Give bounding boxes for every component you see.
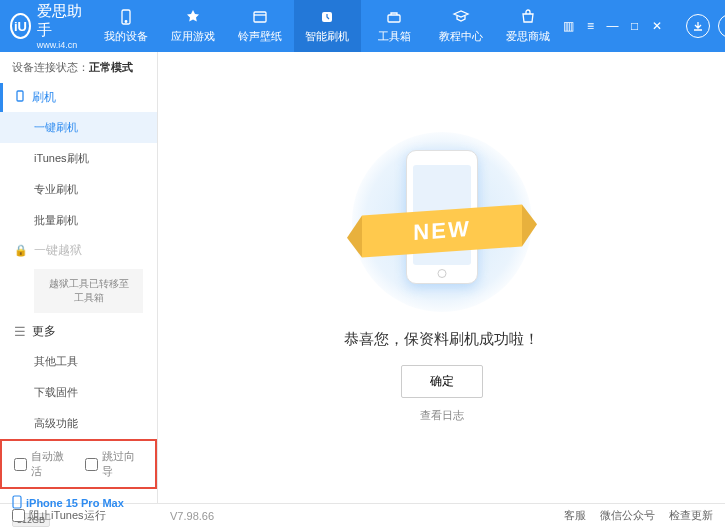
auto-activate-checkbox[interactable]: 自动激活 [14,449,73,479]
sidebar-item-advanced[interactable]: 高级功能 [0,408,157,439]
logo-text: 爱思助手 [37,2,83,40]
nav-ringtones[interactable]: 铃声壁纸 [227,0,294,52]
nav-store[interactable]: 爱思商城 [495,0,562,52]
user-button[interactable] [718,14,725,38]
minimize-icon[interactable]: — [606,19,620,33]
apps-icon [184,8,202,26]
confirm-button[interactable]: 确定 [401,365,483,398]
top-nav: 我的设备 应用游戏 铃声壁纸 智能刷机 工具箱 教程中心 爱思商城 [93,0,562,52]
tutorial-icon [452,8,470,26]
nav-toolbox[interactable]: 工具箱 [361,0,428,52]
sidebar-section-flash[interactable]: 刷机 [0,83,157,112]
flash-icon [318,8,336,26]
svg-point-1 [125,21,127,23]
device-icon [117,8,135,26]
logo-subtitle: www.i4.cn [37,40,83,50]
svg-rect-6 [17,91,23,101]
nav-apps-games[interactable]: 应用游戏 [160,0,227,52]
connection-status: 设备连接状态：正常模式 [0,52,157,83]
toolbox-icon [385,8,403,26]
more-icon: ☰ [14,324,26,339]
skip-guide-checkbox[interactable]: 跳过向导 [85,449,144,479]
window-controls: ▥ ≡ — □ ✕ [562,14,725,38]
sidebar-item-pro-flash[interactable]: 专业刷机 [0,174,157,205]
store-icon [519,8,537,26]
skin-icon[interactable]: ▥ [562,19,576,33]
sidebar-item-itunes-flash[interactable]: iTunes刷机 [0,143,157,174]
footer-link-support[interactable]: 客服 [564,508,586,523]
svg-rect-2 [254,12,266,22]
footer-link-wechat[interactable]: 微信公众号 [600,508,655,523]
maximize-icon[interactable]: □ [628,19,642,33]
svg-rect-7 [13,496,21,508]
footer-link-update[interactable]: 检查更新 [669,508,713,523]
sidebar-item-batch-flash[interactable]: 批量刷机 [0,205,157,236]
close-icon[interactable]: ✕ [650,19,664,33]
ringtone-icon [251,8,269,26]
options-checkboxes: 自动激活 跳过向导 [0,439,157,489]
sidebar: 设备连接状态：正常模式 刷机 一键刷机 iTunes刷机 专业刷机 批量刷机 🔒… [0,52,158,503]
version-label: V7.98.66 [170,510,214,522]
success-illustration: NEW [352,132,532,312]
block-itunes-checkbox[interactable]: 阻止iTunes运行 [12,508,106,523]
nav-tutorials[interactable]: 教程中心 [428,0,495,52]
main-content: NEW 恭喜您，保资料刷机成功啦！ 确定 查看日志 [158,52,725,503]
flash-section-icon [14,90,26,105]
sidebar-section-jailbreak: 🔒 一键越狱 [0,236,157,265]
sidebar-item-download-firmware[interactable]: 下载固件 [0,377,157,408]
logo-area: iU 爱思助手 www.i4.cn [0,2,93,50]
sidebar-item-other-tools[interactable]: 其他工具 [0,346,157,377]
success-message: 恭喜您，保资料刷机成功啦！ [344,330,539,349]
app-header: iU 爱思助手 www.i4.cn 我的设备 应用游戏 铃声壁纸 智能刷机 工具… [0,0,725,52]
jailbreak-note: 越狱工具已转移至工具箱 [34,269,143,313]
lock-icon: 🔒 [14,244,28,257]
view-log-link[interactable]: 查看日志 [420,408,464,423]
download-button[interactable] [686,14,710,38]
sidebar-section-more[interactable]: ☰ 更多 [0,317,157,346]
menu-icon[interactable]: ≡ [584,19,598,33]
svg-rect-4 [388,15,400,22]
nav-my-device[interactable]: 我的设备 [93,0,160,52]
nav-smart-flash[interactable]: 智能刷机 [294,0,361,52]
logo-icon: iU [10,13,31,39]
sidebar-item-oneclick-flash[interactable]: 一键刷机 [0,112,157,143]
